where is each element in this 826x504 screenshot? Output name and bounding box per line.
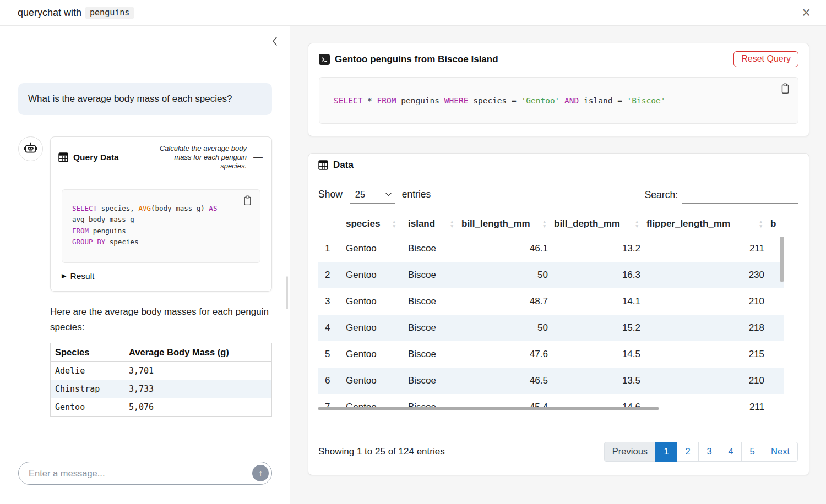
table-cell: 47.6 — [458, 341, 551, 368]
search-input[interactable] — [682, 190, 798, 204]
table-cell: 211 — [643, 235, 767, 262]
table-cell: 210 — [643, 288, 767, 315]
table-cell: Gentoo — [338, 235, 400, 262]
query-title: Gentoo penguins from Biscoe Island — [335, 54, 498, 65]
sidebar-resize-handle[interactable] — [286, 276, 288, 309]
sql-code-line: SELECT * FROM penguins WHERE species = '… — [334, 96, 665, 105]
table-row: 4GentooBiscoe5015.2218 — [318, 315, 784, 341]
page-button-next[interactable]: Next — [763, 442, 798, 462]
table-cell: 2 — [318, 262, 338, 288]
column-label: species — [346, 218, 380, 229]
table-cell: 215 — [643, 341, 767, 368]
result-expander[interactable]: ▶ Result — [62, 270, 94, 282]
copy-icon — [243, 195, 252, 206]
data-card-title: Data — [333, 160, 354, 171]
table-cell: Biscoe — [400, 368, 458, 394]
table-cell: 14.6 — [551, 394, 643, 414]
table-cell — [767, 341, 784, 368]
column-header-flipper_length_mm[interactable]: flipper_length_mm▲▼ — [643, 212, 767, 235]
sql-code-line: avg_body_mass_g — [72, 214, 250, 226]
column-header-bill_depth_mm[interactable]: bill_depth_mm▲▼ — [551, 212, 643, 235]
table-cell: 7 — [318, 394, 338, 414]
assistant-message: Here are the average body masses for eac… — [50, 304, 272, 336]
column-header-bill_length_mm[interactable]: bill_length_mm▲▼ — [458, 212, 551, 235]
data-table: species▲▼island▲▼bill_length_mm▲▼bill_de… — [318, 212, 784, 414]
table-cell — [767, 394, 784, 414]
table-cell: 6 — [318, 368, 338, 394]
answer-table-cell: Gentoo — [51, 398, 124, 416]
page-button-1[interactable]: 1 — [655, 442, 677, 462]
page-size-select[interactable]: 25 — [350, 189, 395, 204]
message-input[interactable] — [18, 462, 272, 485]
table-cell: Biscoe — [400, 262, 458, 288]
page-button-2[interactable]: 2 — [677, 442, 699, 462]
table-cell: Biscoe — [400, 394, 458, 414]
page-button-previous: Previous — [604, 442, 656, 462]
table-cell: 13.2 — [551, 235, 643, 262]
tool-sql-block: SELECT species, AVG(body_mass_g) ASavg_b… — [62, 189, 260, 263]
answer-table-cell: 3,733 — [124, 380, 272, 398]
table-cell: Gentoo — [338, 315, 400, 341]
table-cell: 218 — [643, 315, 767, 341]
terminal-icon — [319, 54, 330, 65]
table-row: 1GentooBiscoe46.113.2211 — [318, 235, 784, 262]
column-header-rownum — [318, 212, 338, 235]
chat-input-row: ↑ — [18, 462, 272, 485]
search-label: Search: — [645, 189, 678, 201]
table-controls: Show 25 entries Search: — [308, 177, 809, 204]
answer-table-cell: 3,701 — [124, 361, 272, 380]
reset-query-button[interactable]: Reset Query — [733, 51, 798, 67]
table-cell: 1 — [318, 235, 338, 262]
table-cell: 13.5 — [551, 368, 643, 394]
page-size-value: 25 — [355, 189, 365, 200]
copy-button[interactable] — [779, 82, 791, 95]
sort-arrows-icon: ▲▼ — [635, 220, 639, 228]
copy-button[interactable] — [242, 194, 253, 207]
vertical-scrollbar[interactable] — [780, 237, 784, 282]
table-cell: Gentoo — [338, 341, 400, 368]
send-button[interactable]: ↑ — [252, 465, 269, 481]
column-header-island[interactable]: island▲▼ — [400, 212, 458, 235]
tool-subtitle: Calculate the average body mass for each… — [148, 144, 247, 171]
answer-table-row: Adelie3,701 — [51, 361, 272, 380]
page-button-3[interactable]: 3 — [698, 442, 720, 462]
sort-arrows-icon: ▲▼ — [392, 220, 396, 228]
tool-sql-code: SELECT species, AVG(body_mass_g) ASavg_b… — [72, 203, 250, 248]
horizontal-scrollbar[interactable] — [318, 407, 659, 410]
pagination: Previous12345Next — [604, 442, 798, 462]
table-cell — [767, 288, 784, 315]
table-cell: 14.5 — [551, 341, 643, 368]
query-card-header: Gentoo penguins from Biscoe Island Reset… — [308, 43, 809, 73]
main-panel: Gentoo penguins from Biscoe Island Reset… — [290, 26, 826, 504]
table-cell: Gentoo — [338, 368, 400, 394]
table-cell — [767, 315, 784, 341]
answer-table-row: Gentoo5,076 — [51, 398, 272, 416]
table-cell: 50 — [458, 262, 551, 288]
table-cell: 15.2 — [551, 315, 643, 341]
column-header-species[interactable]: species▲▼ — [338, 212, 400, 235]
arrow-up-icon: ↑ — [258, 468, 263, 478]
sql-code-line: SELECT species, AVG(body_mass_g) AS — [72, 203, 250, 215]
table-cell: Biscoe — [400, 315, 458, 341]
copy-icon — [780, 83, 790, 94]
title-bar: querychat with penguins × — [0, 0, 826, 26]
tool-collapse-button[interactable]: — — [252, 152, 264, 163]
chat-sidebar: What is the average body mass of each sp… — [0, 26, 290, 504]
table-row: 3GentooBiscoe48.714.1210 — [318, 288, 784, 315]
sidebar-collapse-button[interactable] — [270, 35, 280, 48]
sort-arrows-icon: ▲▼ — [542, 220, 547, 228]
column-label: island — [408, 218, 435, 229]
entries-info: Showing 1 to 25 of 124 entries — [318, 446, 445, 457]
sort-arrows-icon: ▲▼ — [759, 220, 763, 228]
app-title: querychat with — [18, 7, 81, 19]
table-cell: 5 — [318, 341, 338, 368]
close-button[interactable]: × — [797, 4, 815, 21]
dataset-chip: penguins — [85, 7, 134, 19]
column-header-b[interactable]: b — [767, 212, 784, 235]
result-label: Result — [70, 271, 94, 281]
page-button-5[interactable]: 5 — [741, 442, 763, 462]
table-cell: 4 — [318, 315, 338, 341]
page-button-4[interactable]: 4 — [720, 442, 742, 462]
table-cell: Gentoo — [338, 262, 400, 288]
column-label: bill_length_mm — [461, 218, 530, 229]
